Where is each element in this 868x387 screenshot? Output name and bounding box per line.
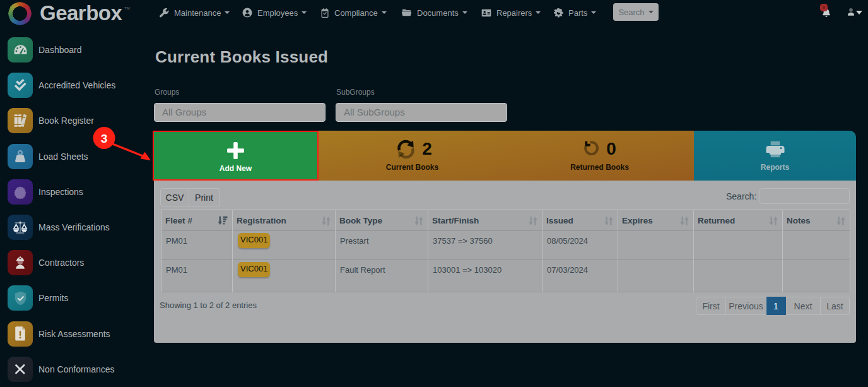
svg-text:3: 3 bbox=[101, 132, 108, 145]
